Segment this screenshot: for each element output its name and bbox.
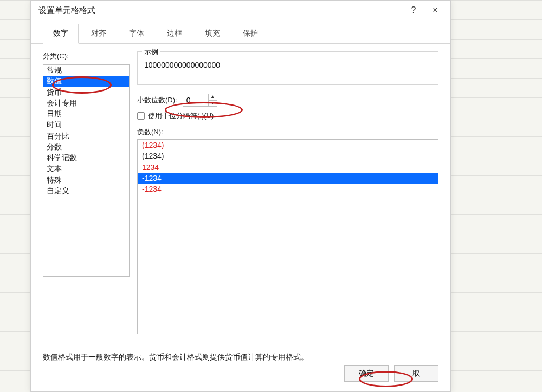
negative-item[interactable]: (1234) bbox=[138, 140, 438, 151]
category-item[interactable]: 货币 bbox=[43, 87, 129, 98]
format-description: 数值格式用于一般数字的表示。货币和会计格式则提供货币值计算的专用格式。 bbox=[43, 352, 438, 362]
category-item[interactable]: 百分比 bbox=[43, 131, 129, 142]
decimal-places-spinner[interactable]: ▲ ▼ bbox=[183, 94, 217, 107]
sample-box: 示例 100000000000000000 bbox=[137, 51, 438, 85]
category-item[interactable]: 自定义 bbox=[43, 186, 129, 197]
category-item[interactable]: 分数 bbox=[43, 142, 129, 153]
ok-button[interactable]: 确定 bbox=[344, 365, 389, 382]
tab-bar: 数字 对齐 字体 边框 填充 保护 bbox=[31, 20, 450, 44]
close-button[interactable]: × bbox=[424, 3, 446, 17]
category-item[interactable]: 特殊 bbox=[43, 175, 129, 186]
category-item[interactable]: 会计专用 bbox=[43, 98, 129, 109]
negative-numbers-label: 负数(N): bbox=[137, 127, 438, 137]
tab-fill[interactable]: 填充 bbox=[195, 24, 230, 44]
negative-item[interactable]: -1234 bbox=[138, 173, 438, 184]
tab-number[interactable]: 数字 bbox=[43, 24, 79, 44]
thousands-separator-label: 使用千位分隔符(,)(U) bbox=[148, 111, 214, 121]
category-item[interactable]: 时间 bbox=[43, 120, 129, 130]
category-item[interactable]: 数值 bbox=[43, 76, 129, 87]
category-item[interactable]: 科学记数 bbox=[43, 153, 129, 164]
close-icon: × bbox=[433, 5, 437, 15]
category-item[interactable]: 常规 bbox=[43, 65, 129, 76]
dialog-content: 分类(C): 常规 数值 货币 会计专用 日期 时间 百分比 分数 科学记数 文… bbox=[31, 44, 450, 391]
decimal-places-input[interactable] bbox=[183, 94, 208, 106]
cancel-button[interactable]: 取 bbox=[394, 365, 438, 382]
thousands-separator-row: 使用千位分隔符(,)(U) bbox=[137, 111, 438, 121]
help-button[interactable]: ? bbox=[403, 3, 424, 17]
category-list[interactable]: 常规 数值 货币 会计专用 日期 时间 百分比 分数 科学记数 文本 特殊 自定… bbox=[43, 64, 130, 277]
dialog-title: 设置单元格格式 bbox=[38, 5, 403, 16]
sample-value: 100000000000000000 bbox=[144, 61, 431, 69]
decimal-places-row: 小数位数(D): ▲ ▼ bbox=[137, 94, 438, 107]
category-label: 分类(C): bbox=[43, 51, 130, 61]
dialog-footer: 确定 取 bbox=[43, 362, 438, 386]
tab-font[interactable]: 字体 bbox=[119, 24, 154, 44]
spinner-down-icon[interactable]: ▼ bbox=[209, 101, 217, 107]
tab-protect[interactable]: 保护 bbox=[233, 24, 268, 44]
spinner-arrows: ▲ ▼ bbox=[208, 94, 217, 106]
decimal-places-label: 小数位数(D): bbox=[137, 95, 177, 105]
negative-item[interactable]: (1234) bbox=[138, 151, 438, 161]
negative-numbers-list[interactable]: (1234) (1234) 1234 -1234 -1234 bbox=[137, 139, 438, 334]
category-item[interactable]: 日期 bbox=[43, 109, 129, 120]
tab-border[interactable]: 边框 bbox=[157, 24, 192, 44]
category-item[interactable]: 文本 bbox=[43, 164, 129, 174]
spinner-up-icon[interactable]: ▲ bbox=[209, 94, 217, 101]
negative-item[interactable]: -1234 bbox=[138, 184, 438, 194]
negative-item[interactable]: 1234 bbox=[138, 162, 438, 173]
thousands-separator-checkbox[interactable] bbox=[137, 112, 145, 120]
dialog-titlebar: 设置单元格格式 ? × bbox=[31, 1, 450, 20]
sample-label: 示例 bbox=[142, 47, 160, 57]
format-cells-dialog: 设置单元格格式 ? × 数字 对齐 字体 边框 填充 保护 分类(C): 常规 … bbox=[30, 0, 451, 392]
tab-alignment[interactable]: 对齐 bbox=[81, 24, 117, 44]
